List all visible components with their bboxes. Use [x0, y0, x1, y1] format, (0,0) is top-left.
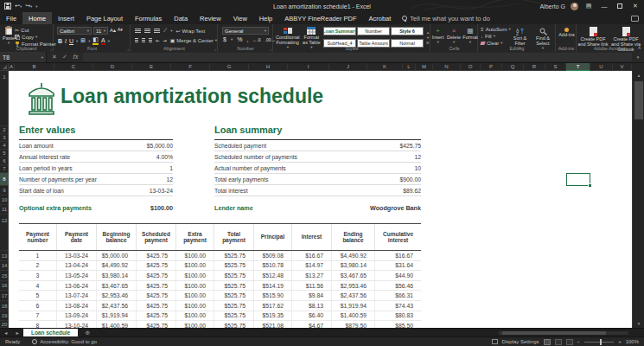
- table-row[interactable]: 213-04-24$4,490.92$425.75$100.00$525.75$…: [19, 261, 421, 272]
- vertical-scrollbar[interactable]: ▲ ▼: [632, 71, 644, 328]
- minimize-button[interactable]: —: [599, 3, 609, 10]
- zoom-level[interactable]: 100%: [626, 339, 639, 344]
- grow-font-icon[interactable]: A▴: [110, 27, 116, 35]
- cell[interactable]: $16.67: [292, 251, 332, 260]
- font-color-icon[interactable]: A: [101, 37, 105, 45]
- cell[interactable]: 13-07-24: [57, 291, 97, 300]
- ribbon-tab-acrobat[interactable]: Acrobat: [363, 12, 398, 24]
- page-break-view-icon[interactable]: [566, 339, 573, 345]
- enter-values-row[interactable]: Annual interest rate4.00%: [19, 151, 173, 163]
- column-header-S[interactable]: S: [545, 63, 566, 71]
- loan-summary-heading[interactable]: Loan summary: [214, 125, 421, 140]
- column-header-O[interactable]: O: [461, 63, 481, 71]
- column-header-B[interactable]: B: [15, 63, 54, 71]
- sheet-nav-right-icon[interactable]: ►: [11, 330, 22, 336]
- horizontal-scroll-thumb[interactable]: [502, 331, 606, 335]
- enter-values-row[interactable]: Start date of loan13-03-24: [19, 185, 173, 196]
- percent-style-icon[interactable]: %: [237, 36, 242, 42]
- ribbon-display-options-icon[interactable]: ▤: [583, 3, 594, 10]
- field-value[interactable]: $89.62: [403, 188, 421, 194]
- cell[interactable]: $1,400.59: [97, 321, 137, 328]
- align-middle-icon[interactable]: [144, 29, 150, 29]
- column-header-Q[interactable]: Q: [502, 63, 524, 71]
- zoom-out-icon[interactable]: −: [577, 339, 581, 344]
- align-center-icon[interactable]: [142, 38, 145, 39]
- number-format-select[interactable]: General▾: [222, 27, 269, 35]
- cell[interactable]: $425.75: [137, 301, 176, 311]
- cell[interactable]: $74.43: [375, 301, 421, 311]
- cell[interactable]: $510.78: [254, 261, 292, 271]
- ribbon-tab-review[interactable]: Review: [194, 12, 227, 24]
- field-value[interactable]: 12: [414, 154, 421, 160]
- cell[interactable]: $3,467.65: [332, 271, 375, 280]
- merge-center-button[interactable]: ▣Merge & Center▾: [170, 37, 217, 43]
- font-dialog-launcher[interactable]: ⌟: [127, 46, 129, 51]
- addins-button[interactable]: Add-ins: [557, 24, 577, 37]
- row-header-9[interactable]: 9: [0, 186, 9, 195]
- cell[interactable]: 2: [19, 261, 57, 271]
- column-header-I[interactable]: I: [288, 63, 329, 71]
- cell[interactable]: $9.84: [292, 291, 332, 300]
- cell[interactable]: $8.13: [292, 301, 332, 311]
- column-header-E[interactable]: E: [132, 63, 171, 71]
- number-dialog-launcher[interactable]: ⌟: [270, 46, 271, 51]
- cell[interactable]: $100.00: [176, 321, 214, 328]
- table-header-scheduled-payment[interactable]: Scheduled payment: [137, 224, 176, 250]
- accessibility-status[interactable]: Accessibility: Good to go: [32, 339, 97, 344]
- gallery-more-icon[interactable]: ☰: [426, 41, 430, 45]
- cell[interactable]: $425.75: [137, 261, 176, 271]
- enter-values-row[interactable]: Loan period in years1: [19, 163, 173, 174]
- style-number[interactable]: Number: [357, 27, 390, 35]
- cell[interactable]: $525.75: [214, 261, 254, 271]
- cell[interactable]: $525.75: [214, 271, 254, 280]
- table-header-total-payment[interactable]: Total payment: [214, 224, 254, 250]
- sheet-nav-left-icon[interactable]: ◄: [0, 330, 11, 336]
- field-value[interactable]: $5,000.00: [147, 143, 173, 149]
- cell[interactable]: $16.67: [375, 251, 421, 260]
- cell[interactable]: $100.00: [176, 261, 214, 271]
- loan-summary-row[interactable]: Actual number of payments10: [214, 163, 421, 174]
- cell[interactable]: $515.90: [254, 291, 292, 300]
- wrap-text-button[interactable]: ↩Wrap Text: [175, 28, 205, 34]
- copy-button[interactable]: Copy▾: [15, 34, 56, 40]
- cells-delete-button[interactable]: ×Delete▾: [447, 26, 461, 45]
- scroll-down-icon[interactable]: ▼: [633, 319, 644, 328]
- table-row[interactable]: 313-05-24$3,980.14$425.75$100.00$525.75$…: [19, 271, 421, 281]
- cell[interactable]: 13-06-24: [57, 281, 97, 291]
- cell[interactable]: 6: [19, 301, 57, 311]
- table-header-interest[interactable]: Interest: [292, 224, 332, 250]
- field-label[interactable]: Annual interest rate: [19, 154, 156, 160]
- table-row[interactable]: 713-09-24$1,919.94$425.75$100.00$525.75$…: [19, 311, 421, 322]
- align-left-icon[interactable]: [135, 38, 138, 39]
- cell[interactable]: $4,490.92: [97, 261, 137, 271]
- column-header-K[interactable]: K: [367, 63, 403, 71]
- increase-indent-icon[interactable]: ⇥: [163, 38, 166, 43]
- field-label[interactable]: Scheduled number of payments: [214, 154, 414, 160]
- row-header-7[interactable]: 7: [0, 165, 9, 173]
- ribbon-tab-page-layout[interactable]: Page Layout: [80, 12, 129, 24]
- field-value[interactable]: $425.75: [399, 143, 421, 149]
- row-header-5[interactable]: 5: [0, 150, 9, 157]
- column-header-F[interactable]: F: [171, 63, 210, 71]
- column-header-U[interactable]: U: [590, 63, 613, 71]
- row-header-8[interactable]: 8: [0, 173, 9, 186]
- cell[interactable]: $525.75: [214, 321, 254, 328]
- insert-function-icon[interactable]: fx: [73, 54, 79, 61]
- field-label[interactable]: Total interest: [214, 188, 403, 194]
- vertical-scroll-thumb[interactable]: [634, 81, 643, 119]
- field-value[interactable]: 10: [414, 165, 421, 171]
- cell[interactable]: $2,437.56: [97, 301, 137, 311]
- row-header-11[interactable]: 11: [0, 205, 9, 215]
- row-header-18[interactable]: 18: [0, 301, 9, 311]
- fill-button[interactable]: ↓Fill▾: [481, 33, 508, 39]
- row-header-15[interactable]: 15: [0, 271, 9, 281]
- cell[interactable]: $80.83: [375, 311, 421, 321]
- zoom-in-icon[interactable]: +: [618, 339, 622, 344]
- gallery-up-icon[interactable]: ▲: [426, 30, 430, 35]
- column-header-A[interactable]: A: [9, 63, 15, 71]
- field-label[interactable]: Scheduled payment: [214, 143, 399, 149]
- cell[interactable]: $425.75: [137, 271, 176, 280]
- underline-button[interactable]: U: [69, 38, 73, 44]
- column-header-H[interactable]: H: [249, 63, 288, 71]
- cell[interactable]: $6.40: [292, 311, 332, 321]
